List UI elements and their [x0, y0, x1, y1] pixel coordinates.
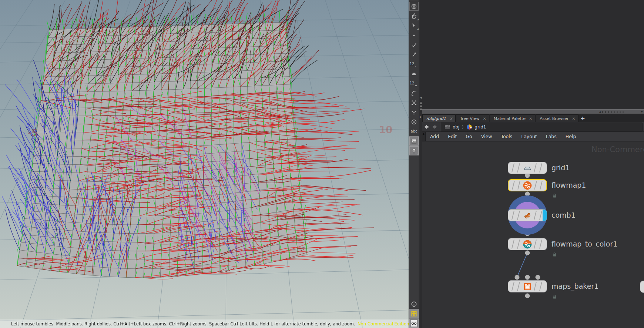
- back-button[interactable]: [422, 123, 430, 131]
- lock-icon: [552, 252, 557, 257]
- splitter-collapse-icon[interactable]: ▼: [641, 110, 643, 113]
- profile-curves-icon[interactable]: [409, 88, 419, 98]
- tab-close-icon[interactable]: ×: [449, 116, 453, 121]
- menu-view[interactable]: View: [477, 132, 497, 141]
- breadcrumb-root[interactable]: obj: [453, 124, 459, 130]
- node-flag-divider: [511, 211, 514, 220]
- tab-label: /obj/grid1: [426, 116, 446, 121]
- tab-label: Asset Browser: [540, 116, 568, 121]
- pan-tool-icon[interactable]: ◢: [409, 11, 419, 21]
- menu-labs[interactable]: Labs: [541, 132, 561, 141]
- menu-help[interactable]: Help: [561, 132, 581, 141]
- vertical-pane-splitter[interactable]: ◀ ▶: [419, 0, 422, 328]
- splitter-grip[interactable]: [420, 101, 422, 111]
- node-flag-divider: [534, 181, 537, 190]
- geometry-node-icon: [466, 124, 473, 130]
- lock-icon: [552, 294, 557, 299]
- normals-icon[interactable]: [409, 50, 419, 59]
- display-options-toolbar: ◢◢1212abc◢: [409, 0, 419, 328]
- node-flag-divider: [534, 211, 537, 220]
- menu-gutter[interactable]: ▲: [422, 132, 426, 141]
- tab-tree-view[interactable]: Tree View×: [456, 114, 489, 122]
- menu-go[interactable]: Go: [461, 132, 476, 141]
- comb-node-icon: [523, 211, 532, 220]
- visibility-icon[interactable]: [409, 318, 419, 328]
- node-flag-divider: [539, 163, 542, 173]
- node-flag-divider: [517, 282, 520, 291]
- node-flag-divider: [511, 240, 514, 249]
- node-grid1[interactable]: [508, 162, 547, 174]
- point-numbers-icon[interactable]: 12: [409, 59, 419, 69]
- display-flag[interactable]: [543, 210, 547, 221]
- node-flag-divider: [517, 240, 520, 249]
- visualizer-icon[interactable]: ◢: [409, 146, 419, 155]
- node-label-flowmap_to_color1: flowmap_to_color1: [551, 238, 617, 250]
- splitter-grip[interactable]: [602, 111, 624, 113]
- node-maps_baker1[interactable]: [508, 280, 547, 292]
- vertices-icon[interactable]: [409, 40, 419, 50]
- dropdown-caret-icon: ◢: [417, 153, 419, 155]
- tab--obj-grid1[interactable]: /obj/grid1×: [422, 114, 456, 122]
- maps-baker-node-icon: [523, 282, 532, 291]
- pane-tab-bar: /obj/grid1×Tree View×Material Palette×As…: [422, 114, 644, 122]
- tab-close-icon[interactable]: ×: [483, 116, 486, 121]
- viewport-canvas[interactable]: [0, 0, 409, 328]
- node-flag-divider: [511, 163, 514, 173]
- info-icon[interactable]: [409, 299, 419, 309]
- pivot-icon[interactable]: [409, 107, 419, 117]
- node-flag-divider: [511, 282, 514, 291]
- origin-gnomon-icon[interactable]: [409, 117, 419, 127]
- breadcrumb-current[interactable]: grid1: [474, 124, 486, 130]
- lock-icon: [552, 193, 557, 198]
- flowmap-to-color-node-icon: [523, 240, 532, 249]
- tab-material-palette[interactable]: Material Palette×: [490, 114, 536, 122]
- splitter-collapse-left-icon[interactable]: ◀: [419, 96, 422, 99]
- path-field: obj 〉 grid1: [441, 123, 643, 131]
- network-path-bar: obj 〉 grid1: [422, 122, 644, 132]
- primitive-numbers-icon[interactable]: 12: [409, 78, 419, 88]
- snapshot-icon[interactable]: [409, 136, 419, 146]
- menu-edit[interactable]: Edit: [443, 132, 461, 141]
- select-tool-icon[interactable]: ◢: [409, 21, 419, 30]
- right-panel: ▲ ▼ /obj/grid1×Tree View×Material Palett…: [422, 0, 644, 328]
- node-flag-divider: [539, 240, 542, 249]
- splitter-collapse-up-icon[interactable]: ▲: [599, 110, 601, 113]
- new-tab-button[interactable]: +: [579, 114, 587, 122]
- node-flag-divider: [517, 163, 520, 173]
- node-flag-divider: [539, 211, 542, 220]
- edition-watermark: Non-Commercial Edition: [358, 321, 406, 327]
- scene-obj-icon: [444, 124, 451, 130]
- flowmap-node-icon: [523, 181, 532, 190]
- menu-add[interactable]: Add: [426, 132, 443, 141]
- scene-viewport[interactable]: -5 10 Left mouse tumbles. Middle pans. R…: [0, 0, 409, 328]
- grid-node-icon: [523, 163, 532, 173]
- primitives-icon[interactable]: [409, 69, 419, 78]
- network-menu-bar: ▲ AddEditGoViewToolsLayoutLabsHelp: [422, 132, 644, 141]
- splitter-collapse-right-icon[interactable]: ▶: [419, 116, 422, 118]
- menu-layout[interactable]: Layout: [517, 132, 541, 141]
- points-icon[interactable]: [409, 30, 419, 40]
- toolbar-group-bottom: [409, 299, 419, 328]
- gutter-arrow-icon: ▲: [423, 132, 425, 135]
- tab-close-icon[interactable]: ×: [529, 116, 532, 121]
- horizontal-pane-splitter[interactable]: ▲ ▼: [422, 109, 644, 114]
- partial-node[interactable]: [640, 281, 644, 293]
- layout-grid-icon[interactable]: [409, 309, 419, 318]
- node-flowmap1[interactable]: [508, 179, 547, 191]
- text-overlay-icon[interactable]: abc: [409, 127, 419, 136]
- node-flag-divider: [512, 181, 515, 190]
- tab-close-icon[interactable]: ×: [572, 116, 575, 121]
- tab-label: Material Palette: [494, 116, 526, 121]
- network-canvas[interactable]: Non-Commercial Edition grid1flowmap1comb…: [422, 141, 644, 328]
- tab-asset-browser[interactable]: Asset Browser×: [536, 114, 578, 122]
- forward-button[interactable]: [430, 123, 439, 131]
- menu-tools[interactable]: Tools: [496, 132, 517, 141]
- node-flag-divider: [534, 163, 537, 173]
- dropdown-caret-icon: ◢: [417, 18, 419, 20]
- node-flowmap_to_color1[interactable]: [508, 238, 547, 250]
- view-tool-icon[interactable]: [409, 1, 419, 11]
- toolbar-group-top: ◢◢1212abc◢: [409, 1, 419, 155]
- node-label-maps_baker1: maps_baker1: [551, 280, 598, 292]
- node-comb1[interactable]: [508, 209, 547, 221]
- handles-icon[interactable]: [409, 98, 419, 107]
